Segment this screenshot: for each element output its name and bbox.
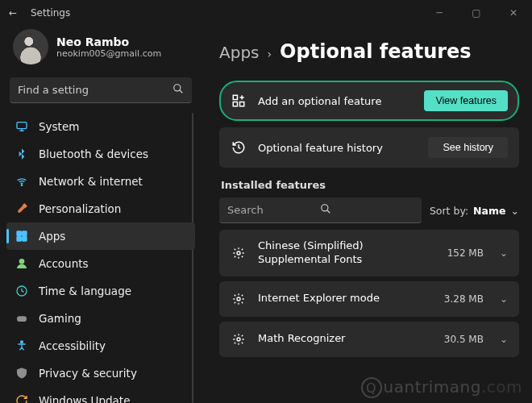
feature-size: 3.28 MB [444,293,484,305]
search-icon [172,83,184,97]
nav-list: SystemBluetooth & devicesNetwork & inter… [6,113,195,403]
chevron-down-icon: ⌄ [500,334,508,345]
svg-point-19 [322,205,328,211]
svg-rect-14 [233,95,237,99]
window-title: Settings [31,7,70,19]
svg-rect-16 [240,102,244,106]
sidebar-item-accessibility[interactable]: Accessibility [6,332,195,359]
feature-item[interactable]: Math Recognizer30.5 MB⌄ [219,322,519,357]
person-icon [15,256,29,271]
update-icon [15,393,29,403]
svg-point-0 [174,85,181,91]
sidebar-item-label: Windows Update [39,394,130,403]
wifi-icon [15,174,29,189]
installed-features-list: Chinese (Simplified) Supplemental Fonts1… [219,230,519,357]
add-feature-card: Add an optional feature View features [219,81,519,121]
sidebar-item-personalization[interactable]: Personalization [6,195,195,222]
add-grid-icon [231,93,247,109]
gear-icon [231,331,247,347]
minimize-button[interactable]: ─ [421,0,458,26]
sidebar-item-label: Time & language [39,285,131,297]
sidebar-item-label: Bluetooth & devices [39,147,148,160]
breadcrumb: Apps › Optional features [219,40,519,63]
svg-rect-2 [17,123,27,129]
feature-name: Internet Explorer mode [258,292,433,305]
close-button[interactable]: ✕ [495,0,532,26]
sidebar-item-label: Network & internet [39,175,143,188]
feature-size: 30.5 MB [444,334,484,345]
sidebar-item-label: Personalization [39,202,121,215]
main-content: Apps › Optional features Add an optional… [202,26,532,403]
gear-icon [231,291,247,307]
svg-point-21 [237,251,240,255]
avatar [13,29,48,64]
installed-search-input[interactable]: Search [219,197,422,223]
sort-by-label: Sort by: [430,205,468,217]
search-icon [320,203,413,217]
breadcrumb-parent[interactable]: Apps [219,43,260,62]
clock-icon [15,284,29,298]
page-title: Optional features [280,40,472,63]
maximize-button[interactable]: ▢ [458,0,495,26]
sidebar-item-privacy-security[interactable]: Privacy & security [6,359,195,387]
paintbrush-icon [15,202,29,216]
svg-point-23 [237,338,240,341]
svg-rect-8 [17,237,21,241]
scrollbar[interactable] [192,113,193,403]
feature-name: Math Recognizer [258,332,433,346]
sidebar-item-label: System [39,120,79,133]
gamepad-icon [15,311,29,326]
feature-item[interactable]: Internet Explorer mode3.28 MB⌄ [219,281,519,317]
back-button[interactable]: ← [6,7,19,19]
add-feature-label: Add an optional feature [258,95,413,107]
feature-history-label: Optional feature history [258,142,417,154]
sidebar-item-label: Accessibility [39,339,106,352]
sidebar-item-bluetooth-devices[interactable]: Bluetooth & devices [6,140,195,168]
svg-rect-7 [23,231,27,235]
svg-point-13 [21,341,23,343]
sidebar-item-accounts[interactable]: Accounts [6,250,195,277]
sidebar-item-time-language[interactable]: Time & language [6,277,195,305]
sidebar-item-network-internet[interactable]: Network & internet [6,168,195,195]
svg-point-10 [19,260,23,264]
sort-by-dropdown[interactable]: Sort by: Name ⌄ [430,205,519,217]
settings-search-input[interactable]: Find a setting [10,77,192,103]
profile-name: Neo Rambo [56,35,161,48]
svg-point-22 [237,297,240,301]
installed-search-placeholder: Search [227,204,320,216]
accessibility-icon [15,339,29,353]
chevron-down-icon: ⌄ [500,293,508,305]
feature-history-card: Optional feature history See history [219,127,519,168]
system-icon [15,119,29,134]
sidebar-item-label: Gaming [39,312,81,325]
svg-point-5 [21,185,22,185]
svg-rect-6 [17,231,21,235]
sidebar-item-label: Privacy & security [39,367,137,380]
search-placeholder: Find a setting [18,84,172,96]
feature-item[interactable]: Chinese (Simplified) Supplemental Fonts1… [219,230,519,276]
sidebar-item-label: Accounts [39,257,89,270]
chevron-right-icon: › [268,48,272,60]
bluetooth-icon [15,147,29,161]
chevron-down-icon: ⌄ [511,205,519,217]
sidebar-item-system[interactable]: System [6,113,195,140]
svg-line-1 [180,90,183,93]
profile[interactable]: Neo Rambo neokim005@gmail.com [6,26,195,74]
svg-line-20 [327,210,330,214]
sidebar-item-apps[interactable]: Apps [6,222,195,250]
apps-icon [15,229,29,243]
view-features-button[interactable]: View features [424,90,508,111]
sidebar-item-label: Apps [39,230,65,243]
svg-rect-15 [233,102,237,106]
profile-email: neokim005@gmail.com [56,48,161,59]
feature-name: Chinese (Simplified) Supplemental Fonts [258,239,436,267]
svg-rect-12 [17,316,27,322]
see-history-button[interactable]: See history [428,137,508,158]
sidebar-item-windows-update[interactable]: Windows Update [6,387,195,403]
chevron-down-icon: ⌄ [500,247,508,259]
sidebar-item-gaming[interactable]: Gaming [6,305,195,332]
history-icon [231,139,247,156]
gear-icon [231,245,247,261]
installed-features-heading: Installed features [221,179,519,191]
shield-icon [15,366,29,380]
